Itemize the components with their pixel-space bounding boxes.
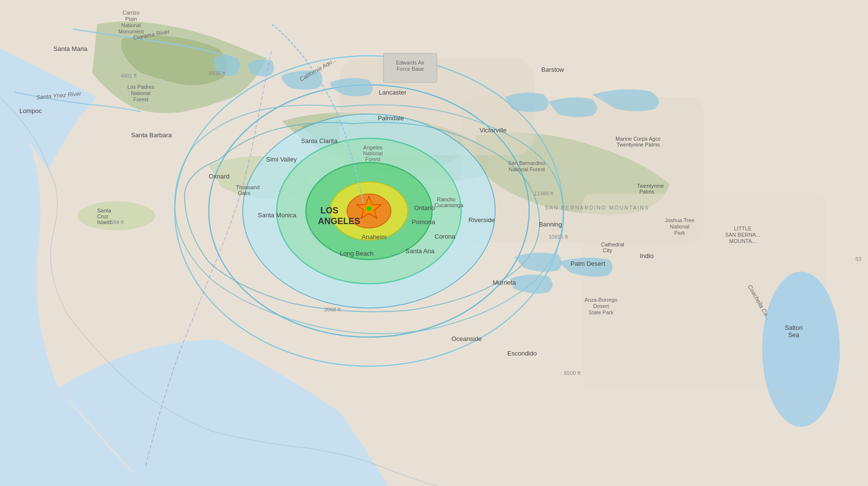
label-joshua-tree-3: Park (674, 230, 685, 236)
city-label-cathedral-city: Cathedral (601, 242, 624, 247)
city-label-santa-barbara: Santa Barbara (131, 131, 172, 139)
city-label-anaheim: Anaheim (362, 233, 386, 241)
city-label-thousand-oaks: Thousand (236, 184, 260, 190)
city-label-twentynine-palms-base: Twentynine Palms (617, 142, 660, 147)
label-carrizo-3: National (121, 22, 141, 28)
elevation-6500: 6500 ft (564, 370, 581, 376)
elevation-1584: ∙1584 ft (106, 219, 124, 225)
city-label-santa-maria: Santa Maria (53, 45, 88, 52)
label-salton-sea: Salton (785, 324, 803, 331)
label-little-san-berna-3: MOUNTA... (729, 238, 756, 244)
city-label-simi-valley: Simi Valley (266, 156, 297, 163)
city-label-pomona: Pomona (412, 218, 435, 226)
city-label-murrieta: Murrieta (493, 279, 516, 286)
city-label-twentynine-palms-2: Palms (639, 189, 654, 194)
label-san-bernardino-2: National Forest (509, 166, 545, 172)
label-little-san-berna: LITTLE (734, 226, 751, 231)
elevation-10815: 10815 ft (549, 234, 568, 240)
city-label-palm-desert: Palm Desert (570, 260, 605, 267)
map-svg: LOS ANGELES Santa Maria Lompoc Santa Bar… (0, 0, 868, 486)
elevation-8839: 8839 ft (209, 70, 225, 76)
city-label-indio: Indio (640, 252, 653, 259)
city-label-victorville: Victorville (480, 127, 506, 134)
label-san-bernardino-mountains: SAN BERNARDINO MOUNTAINS (545, 205, 649, 211)
city-label-palmdale: Palmdale (378, 114, 404, 122)
city-label-los-angeles: LOS (320, 206, 338, 215)
city-label-cathedral-city-2: City (603, 247, 612, 253)
label-anza-borrego-3: State Park (588, 309, 614, 315)
city-label-marine-corps: Marine Corps Agcc (616, 136, 661, 142)
svg-point-1 (78, 201, 155, 230)
label-angeles-national-2: National (363, 150, 383, 156)
city-label-santa-clarita: Santa Clarita (301, 137, 338, 145)
elevation-2068: 2068 ft (324, 307, 341, 312)
label-joshua-tree: Joshua Tree (665, 217, 695, 223)
city-label-ontario: Ontario (414, 204, 435, 211)
city-label-santa-cruz-island-2: Cruz (97, 213, 109, 219)
city-label-cucamonga: Cucamonga (434, 202, 464, 208)
epicenter-dot (367, 206, 371, 211)
city-label-barstow: Barstow (541, 66, 565, 73)
label-edwards-afb-2: Force Base (397, 66, 424, 72)
label-anza-borrego-2: Desert (593, 303, 609, 309)
elevation-11489: 11489 ft (534, 191, 553, 196)
label-little-san-berna-2: SAN BERNA... (725, 232, 761, 238)
city-label-corona: Corona (434, 233, 455, 240)
label-edwards-afb: Edwards Air (396, 60, 425, 65)
elevation-4901: 4901 ft (120, 73, 137, 79)
label-carrizo: Carrizo (122, 10, 139, 16)
label-angeles-national-3: Forest (365, 156, 380, 162)
city-label-riverside: Riverside (468, 216, 495, 224)
city-label-lancaster: Lancaster (379, 89, 407, 96)
city-label-escondido: Escondido (507, 350, 537, 357)
label-los-padres: Los Padres (127, 84, 154, 90)
city-label-santa-ana: Santa Ana (405, 247, 435, 255)
svg-point-5 (762, 272, 840, 427)
city-label-los-angeles-2: ANGELES (318, 216, 360, 226)
city-label-santa-monica: Santa Monica (258, 211, 297, 219)
label-los-padres-3: Forest (133, 97, 148, 102)
label-angeles-national: Angeles (363, 145, 383, 150)
city-label-long-beach: Long Beach (340, 250, 373, 257)
label-joshua-tree-2: National (670, 224, 689, 229)
city-label-oxnard: Oxnard (209, 173, 230, 180)
label-san-bernardino: San Bernardino (508, 160, 545, 166)
city-label-lompoc: Lompoc (19, 107, 42, 114)
city-label-oceanside: Oceanside (451, 335, 482, 342)
elevation-53: 53 (855, 256, 861, 262)
map-container: LOS ANGELES Santa Maria Lompoc Santa Bar… (0, 0, 868, 486)
city-label-twentynine-palms: Twentynine (637, 183, 664, 189)
label-carrizo-2: Plain (125, 16, 137, 22)
label-salton-sea-2: Sea (788, 331, 800, 339)
city-label-santa-cruz-island: Santa (97, 208, 112, 213)
city-label-banning: Banning (539, 221, 562, 228)
label-los-padres-2: National (131, 90, 150, 96)
label-anza-borrego: Anza-Borrego (584, 297, 618, 303)
city-label-rancho: Rancho (437, 196, 455, 202)
